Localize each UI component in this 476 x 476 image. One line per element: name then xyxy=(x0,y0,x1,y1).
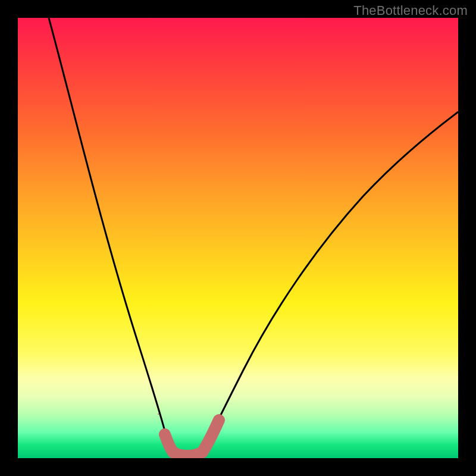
watermark-text: TheBottleneck.com xyxy=(353,3,468,18)
chart-frame: TheBottleneck.com xyxy=(0,0,476,476)
plot-area xyxy=(18,18,458,458)
curve-layer xyxy=(18,18,458,458)
highlight-markers xyxy=(158,414,219,456)
highlight-seg-right xyxy=(202,420,219,452)
bottleneck-curve-left xyxy=(49,18,177,455)
bottleneck-curve-right xyxy=(199,112,458,455)
highlight-dot xyxy=(158,414,159,415)
